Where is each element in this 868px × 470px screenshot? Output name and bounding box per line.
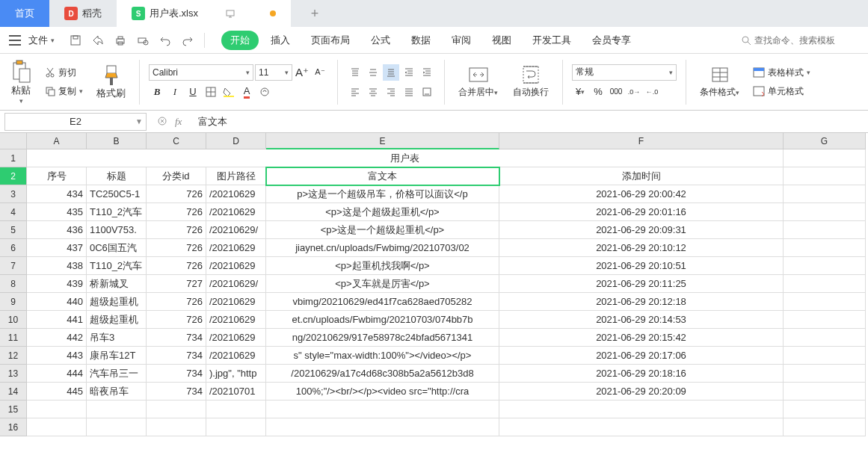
copy-button[interactable]: 复制▾ — [42, 84, 86, 99]
cell[interactable]: 吊车3 — [87, 329, 147, 347]
ribbon-tab-insert[interactable]: 插入 — [262, 31, 299, 50]
cell[interactable] — [784, 167, 866, 185]
cell[interactable] — [27, 401, 87, 418]
cell[interactable]: 2021-06-29 20:14:53 — [499, 311, 784, 329]
col-header-B[interactable]: B — [87, 133, 147, 149]
cell[interactable]: 2021-06-29 20:18:16 — [499, 365, 784, 383]
cell[interactable] — [784, 257, 866, 275]
cell[interactable]: 2021-06-29 20:00:42 — [499, 185, 784, 203]
cell[interactable]: et.cn/uploads/Fwbimg/20210703/074bb7b — [266, 311, 499, 329]
tab-daoqiao[interactable]: D 稻壳 — [49, 0, 117, 27]
fill-color-button[interactable] — [221, 84, 237, 100]
paste-button[interactable]: 粘贴▾ — [6, 60, 36, 105]
cell[interactable]: 超级起重机 — [87, 293, 147, 311]
justify-icon[interactable] — [401, 84, 417, 100]
cell[interactable]: 2021-06-29 20:17:06 — [499, 347, 784, 365]
ribbon-tab-dev[interactable]: 开发工具 — [523, 31, 580, 50]
tab-new[interactable]: + — [291, 0, 339, 27]
cell[interactable] — [266, 401, 499, 418]
font-color-button[interactable]: A — [238, 84, 255, 100]
undo-icon[interactable] — [159, 34, 171, 46]
border-button[interactable] — [203, 84, 219, 100]
file-menu[interactable]: 文件 ▾ — [24, 34, 59, 47]
cell[interactable]: 440 — [27, 293, 87, 311]
cell[interactable] — [499, 401, 784, 418]
cell[interactable]: /20210629/ — [206, 221, 266, 239]
align-center-icon[interactable] — [365, 84, 381, 100]
cell[interactable]: 442 — [27, 329, 87, 347]
cell[interactable] — [147, 401, 206, 418]
cell[interactable]: 726 — [147, 311, 206, 329]
merge-cells-button[interactable]: 合并居中▾ — [454, 65, 502, 99]
comma-icon[interactable]: 000 — [608, 84, 624, 100]
indent-increase-icon[interactable] — [419, 64, 435, 81]
name-box[interactable]: E2 ▼ — [4, 113, 147, 131]
cell[interactable]: 726 — [147, 203, 206, 221]
cell[interactable]: <p>叉车就是厉害</p> — [266, 275, 499, 293]
hamburger-icon[interactable] — [9, 35, 21, 46]
cell[interactable]: /20210629/a17c4d68c308b5a2a5612b3d8 — [266, 365, 499, 383]
cell[interactable]: TC250C5-1 — [87, 185, 147, 203]
highlight-button[interactable] — [256, 84, 273, 100]
cell[interactable]: 726 — [147, 257, 206, 275]
cell[interactable] — [27, 418, 87, 436]
cell[interactable]: vbimg/20210629/ed41f7ca628aed705282 — [266, 293, 499, 311]
font-size-select[interactable]: 11▾ — [255, 64, 292, 81]
cell[interactable]: s" style="max-width:100%"></video></p> — [266, 347, 499, 365]
cell[interactable] — [87, 418, 147, 436]
cell[interactable]: 添加时间 — [499, 167, 784, 185]
align-left-icon[interactable] — [347, 84, 363, 100]
cell[interactable]: 0C6国五汽 — [87, 239, 147, 257]
cell[interactable] — [784, 293, 866, 311]
align-right-icon[interactable] — [383, 84, 399, 100]
cell-format-button[interactable]: 单元格式 — [750, 84, 813, 99]
align-top-icon[interactable] — [347, 64, 363, 81]
cell[interactable]: 暗夜吊车 — [87, 383, 147, 401]
cell[interactable]: /20210629 — [206, 203, 266, 221]
cut-button[interactable]: 剪切 — [42, 65, 86, 81]
cell[interactable]: /20210629 — [206, 239, 266, 257]
row-header[interactable]: 5 — [0, 221, 27, 239]
row-header[interactable]: 8 — [0, 275, 27, 293]
cell[interactable]: 分类id — [147, 167, 206, 185]
wrap-text-button[interactable]: 自动换行 — [508, 65, 553, 99]
cell[interactable]: 2021-06-29 20:10:12 — [499, 239, 784, 257]
cell[interactable]: /20210629 — [206, 329, 266, 347]
cell[interactable]: 桥新城叉 — [87, 275, 147, 293]
ribbon-tab-start[interactable]: 开始 — [221, 31, 259, 50]
cell[interactable] — [784, 185, 866, 203]
cell[interactable]: 435 — [27, 203, 87, 221]
cell[interactable] — [784, 149, 866, 167]
cell[interactable]: 445 — [27, 383, 87, 401]
cell[interactable]: <p>这是个超级起重机</p> — [266, 203, 499, 221]
cell[interactable] — [784, 365, 866, 383]
cell[interactable]: T110_2汽车 — [87, 257, 147, 275]
row-header[interactable]: 16 — [0, 418, 27, 436]
cell[interactable]: 超级起重机 — [87, 311, 147, 329]
cell[interactable]: /20210629 — [206, 347, 266, 365]
cell[interactable]: ).jpg", "http — [206, 365, 266, 383]
cell[interactable]: 2021-06-29 20:09:31 — [499, 221, 784, 239]
cell[interactable]: 2021-06-29 20:20:09 — [499, 383, 784, 401]
decrease-font-icon[interactable]: A⁻ — [312, 64, 328, 81]
print-icon[interactable] — [114, 34, 126, 46]
select-all-corner[interactable] — [0, 133, 27, 149]
row-header[interactable]: 14 — [0, 383, 27, 401]
cell[interactable]: 734 — [147, 383, 206, 401]
cell[interactable] — [206, 418, 266, 436]
cell[interactable]: 726 — [147, 221, 206, 239]
cell[interactable] — [87, 401, 147, 418]
number-format-select[interactable]: 常规▾ — [572, 64, 677, 81]
cell[interactable] — [784, 418, 866, 436]
ribbon-tab-view[interactable]: 视图 — [483, 31, 520, 50]
cell[interactable] — [784, 203, 866, 221]
row-header[interactable]: 3 — [0, 185, 27, 203]
format-painter-button[interactable]: 格式刷 — [92, 64, 130, 100]
formula-input[interactable]: 富文本 — [192, 115, 868, 129]
col-header-F[interactable]: F — [499, 133, 784, 149]
selected-cell[interactable]: 富文本 — [266, 167, 499, 185]
indent-decrease-icon[interactable] — [401, 64, 417, 81]
col-header-E[interactable]: E — [266, 133, 499, 149]
cell[interactable]: p>这是一个超级吊车，价格可以面议</p — [266, 185, 499, 203]
ribbon-tab-review[interactable]: 审阅 — [443, 31, 480, 50]
